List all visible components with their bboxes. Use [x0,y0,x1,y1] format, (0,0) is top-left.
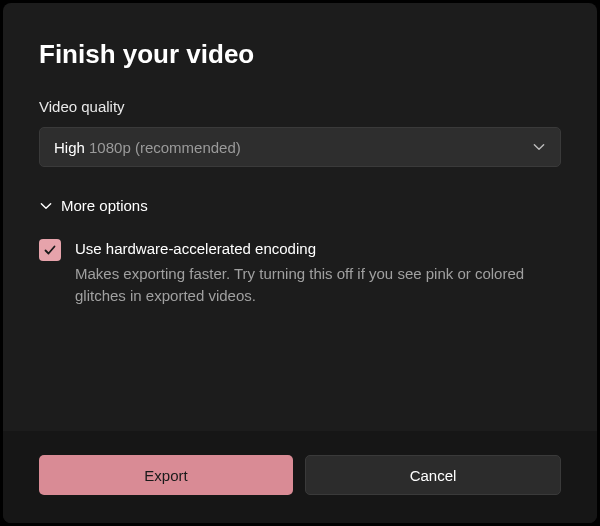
more-options-label: More options [61,197,148,214]
quality-select-text: High 1080p (recommended) [54,139,241,156]
quality-label: Video quality [39,98,561,115]
dialog-content: Finish your video Video quality High 108… [3,3,597,431]
chevron-down-icon [532,140,546,154]
more-options-toggle[interactable]: More options [39,197,561,214]
hardware-encoding-description: Makes exporting faster. Try turning this… [75,263,561,307]
hardware-encoding-label: Use hardware-accelerated encoding [75,238,561,259]
quality-select[interactable]: High 1080p (recommended) [39,127,561,167]
chevron-down-icon [39,199,53,213]
quality-secondary: 1080p (recommended) [85,139,241,156]
checkmark-icon [43,243,57,257]
dialog-footer: Export Cancel [3,431,597,523]
quality-primary: High [54,139,85,156]
dialog-title: Finish your video [39,39,561,70]
export-button[interactable]: Export [39,455,293,495]
finish-video-dialog: Finish your video Video quality High 108… [3,3,597,523]
cancel-button[interactable]: Cancel [305,455,561,495]
hardware-encoding-row: Use hardware-accelerated encoding Makes … [39,238,561,307]
hardware-encoding-checkbox[interactable] [39,239,61,261]
hardware-encoding-content: Use hardware-accelerated encoding Makes … [75,238,561,307]
